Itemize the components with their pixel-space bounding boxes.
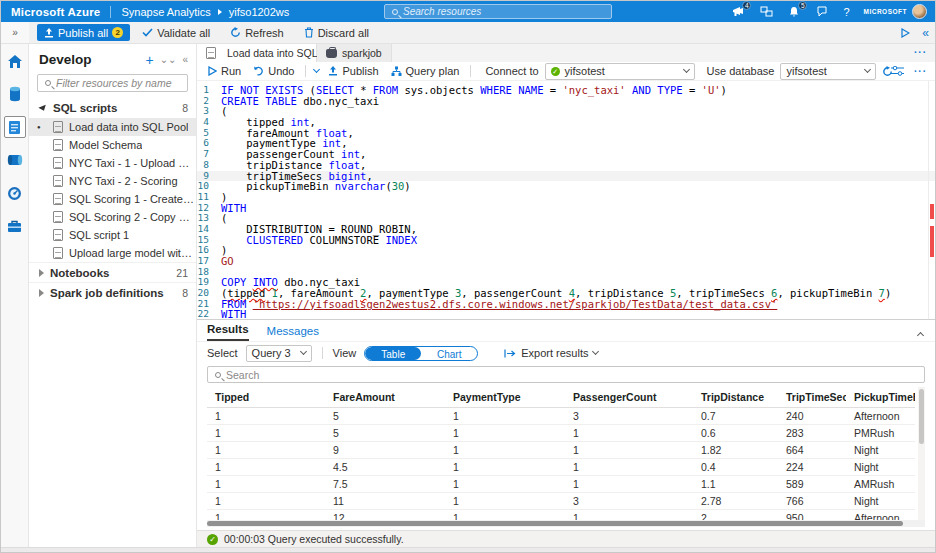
table-cell: 1.1 [693,475,778,492]
publish-button[interactable]: Publish [325,65,381,77]
breadcrumb-workspace[interactable]: yifso1202ws [229,6,290,18]
column-header[interactable]: PaymentType [445,387,565,407]
collapse-results-icon[interactable] [918,327,923,341]
editor-more-icon[interactable]: ··· [914,66,927,77]
global-search[interactable] [384,4,612,19]
table-cell: PMRush [846,424,915,441]
view-table-toggle[interactable]: Table [365,347,421,360]
tree-section[interactable]: Notebooks21 [29,262,196,282]
nav-develop[interactable] [4,116,26,138]
tab-overflow-icon[interactable]: ··· [914,47,927,58]
tree-section-count: 8 [182,287,188,299]
tree-item[interactable]: SQL script 1 [29,226,196,244]
column-header[interactable]: Tipped [207,387,325,407]
feedback-icon[interactable] [815,5,829,19]
line-number: 4 [197,117,221,128]
filter-search-icon [45,80,51,86]
tree-item[interactable]: Load data into SQL Pool [29,118,196,136]
directory-switch-icon[interactable] [759,5,773,19]
nav-integrate[interactable] [4,149,26,171]
whats-new-icon[interactable]: 4 [731,5,745,19]
column-header[interactable]: TripTimeSecs [778,387,846,407]
tree-item[interactable]: NYC Taxi - 1 - Upload model [29,154,196,172]
tab-messages[interactable]: Messages [267,325,319,341]
results-table: TippedFareAmountPaymentTypePassengerCoun… [207,387,915,520]
column-header[interactable]: PickupTimeBin [846,387,915,407]
debug-run-icon[interactable] [901,28,910,38]
code-text: ) [221,192,935,203]
undo-button[interactable]: Undo [250,65,297,77]
nav-manage[interactable] [4,215,26,237]
tree-item[interactable]: SQL Scoring 1 - Create model table [29,190,196,208]
sql-script-icon [53,139,63,151]
collapse-panel-icon[interactable]: « [922,26,929,40]
overview-ruler[interactable] [928,81,935,319]
undo-split-chevron-icon[interactable] [313,66,320,73]
tree-item[interactable]: NYC Taxi - 2 - Scoring [29,172,196,190]
tree-section[interactable]: SQL scripts8 [29,98,196,118]
refresh-button[interactable]: Refresh [222,24,292,41]
global-search-input[interactable] [403,6,593,17]
query-plan-button[interactable]: Query plan [388,65,463,77]
query-select-dropdown[interactable]: Query 3 [246,345,312,362]
table-row[interactable]: 15130.7240Afternoon [207,407,915,424]
left-nav-rail [1,44,29,547]
settings-sliders-icon[interactable] [891,66,904,76]
horizontal-scrollbar[interactable] [207,520,925,527]
nav-data[interactable] [4,83,26,105]
table-row[interactable]: 15110.6283PMRush [207,424,915,441]
tree-section[interactable]: Spark job definitions8 [29,282,196,302]
column-header[interactable]: FareAmount [325,387,445,407]
whats-new-badge: 4 [742,1,751,10]
table-row[interactable]: 112112950Afternoon [207,509,915,520]
breadcrumb-product[interactable]: Synapse Analytics [121,6,210,18]
azure-brand[interactable]: Microsoft Azure [11,6,100,18]
table-cell: 224 [778,458,846,475]
tree-item[interactable]: Model Schema [29,136,196,154]
column-header[interactable]: TripDistance [693,387,778,407]
nav-home[interactable] [4,50,26,72]
table-cell: 0.6 [693,424,778,441]
tree-item[interactable]: SQL Scoring 2 - Copy model into mo... [29,208,196,226]
editor-area: Load data into SQL P...●sparkjob ··· Run… [197,44,935,547]
develop-filter[interactable] [37,74,188,92]
nav-monitor[interactable] [4,182,26,204]
validate-all-button[interactable]: Validate all [134,24,218,41]
connect-to-label: Connect to [485,65,538,77]
editor-tab[interactable]: Load data into SQL P...● [197,44,317,62]
vertical-scrollbar[interactable] [918,387,925,520]
collapse-all-icon[interactable]: ⌄⌄ [160,55,177,65]
discard-all-button[interactable]: Discard all [296,24,377,41]
table-row[interactable]: 17.5111.1589AMRush [207,475,915,492]
editor-tab[interactable]: sparkjob [317,44,392,62]
help-icon[interactable]: ? [843,6,849,18]
column-header[interactable]: PassengerCount [565,387,693,407]
collapse-develop-pane-icon[interactable]: « [182,55,188,65]
use-database-dropdown[interactable]: yifsotest [780,63,876,80]
tree-item[interactable]: Upload large model with COPY INTO [29,244,196,262]
table-cell: 5 [325,424,445,441]
table-row[interactable]: 14.5110.4224Night [207,458,915,475]
results-search-input[interactable] [226,369,924,381]
table-row[interactable]: 111132.78766Night [207,492,915,509]
account-menu[interactable]: MICROSOFT [864,4,928,19]
table-cell: 1 [445,441,565,458]
expand-rail-button[interactable]: » [1,22,29,43]
collapsed-arrow-icon [39,289,44,297]
table-cell: 7.5 [325,475,445,492]
sql-code-editor[interactable]: 1IF NOT EXISTS (SELECT * FROM sys.object… [197,81,935,319]
notifications-bell-icon[interactable]: 5 [787,5,801,19]
connect-to-dropdown[interactable]: ✓ yifsotest [545,63,695,80]
table-row[interactable]: 19111.82664Night [207,441,915,458]
export-results-button[interactable]: Export results [504,347,598,359]
results-search[interactable] [207,366,925,383]
develop-filter-input[interactable] [56,77,176,89]
publish-all-button[interactable]: Publish all 2 [37,24,130,41]
table-cell: Afternoon [846,407,915,424]
view-chart-toggle[interactable]: Chart [421,347,477,360]
code-line: 2CREATE TABLE dbo.nyc_taxi [197,96,935,107]
run-button[interactable]: Run [205,65,244,77]
chevron-down-icon [592,348,599,355]
tab-results[interactable]: Results [207,323,249,341]
add-resource-button[interactable]: + [145,55,153,65]
